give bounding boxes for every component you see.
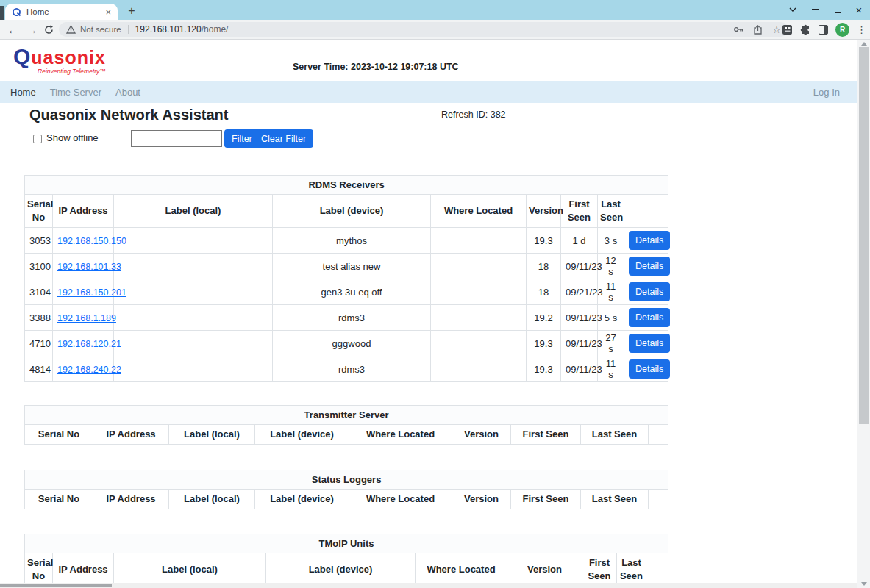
ip-link[interactable]: 192.168.240.22 (57, 365, 121, 375)
browser-toolbar: ← → Not secure 192.168.101.120/home/ ☆ (0, 20, 870, 40)
column-header: Serial No (25, 195, 53, 228)
column-header: Version (452, 425, 511, 445)
cell-serial: 3100 (25, 254, 53, 279)
cell-first-seen: 09/11/23 (561, 331, 598, 356)
cell-label-local (114, 254, 273, 279)
quasonix-logo: Quasonix Reinventing Telemetry™ (13, 46, 106, 75)
clear-filter-button[interactable]: Clear Filter (254, 129, 313, 148)
ip-link[interactable]: 192.168.120.21 (57, 339, 121, 349)
cell-ip: 192.168.101.33 (53, 254, 114, 279)
cell-serial: 4814 (25, 356, 53, 382)
cell-serial: 3388 (25, 305, 53, 331)
ip-link[interactable]: 192.168.150.201 (57, 287, 126, 298)
nav-item-time-server[interactable]: Time Server (50, 87, 101, 98)
window-minimize-button[interactable] (805, 0, 827, 19)
browser-tab-home[interactable]: Home × (5, 4, 118, 20)
column-header: Serial No (25, 553, 53, 584)
nav-item-home[interactable]: Home (10, 87, 36, 98)
vertical-scrollbar-thumb[interactable] (859, 47, 869, 424)
cell-where (431, 254, 527, 279)
browser-titlebar: Home × + × (0, 0, 870, 20)
extensions-puzzle-icon[interactable] (800, 24, 811, 35)
cell-version: 19.3 (527, 331, 561, 356)
not-secure-warning-icon[interactable] (66, 25, 76, 34)
horizontal-scrollbar[interactable] (0, 583, 857, 588)
cell-ip: 192.168.150.150 (53, 228, 114, 254)
cell-version: 18 (527, 254, 561, 279)
column-header (646, 553, 668, 584)
cell-version: 19.3 (527, 228, 561, 254)
column-header: First Seen (511, 490, 581, 509)
address-bar[interactable]: Not secure 192.168.101.120/home/ ☆ (59, 22, 788, 37)
cell-ip: 192.168.1.189 (53, 305, 114, 331)
logo-tagline: Reinventing Telemetry™ (13, 68, 106, 75)
cell-serial: 4710 (25, 331, 53, 356)
details-button[interactable]: Details (629, 308, 670, 327)
column-header: Last Seen (598, 195, 624, 228)
horizontal-scrollbar-thumb[interactable] (0, 584, 112, 587)
forward-icon[interactable]: → (26, 20, 38, 39)
column-header (649, 490, 668, 509)
cell-actions: Details (624, 254, 668, 279)
column-header: Serial No (25, 490, 93, 509)
server-time: Server Time: 2023-10-12 19:07:18 UTC (293, 62, 459, 72)
tab-title: Home (26, 7, 105, 16)
new-tab-button[interactable]: + (124, 4, 139, 18)
cell-version: 18 (527, 279, 561, 305)
details-button[interactable]: Details (629, 359, 670, 379)
scroll-up-arrow-icon[interactable] (861, 42, 867, 46)
login-link[interactable]: Log In (813, 87, 847, 98)
filter-input[interactable] (131, 130, 222, 147)
not-secure-label[interactable]: Not secure (80, 25, 121, 34)
page-title: Quasonix Network Assistant (29, 107, 228, 123)
password-key-icon[interactable] (733, 24, 744, 35)
ip-link[interactable]: 192.168.1.189 (57, 313, 116, 323)
details-button[interactable]: Details (629, 282, 670, 301)
cell-where (431, 356, 527, 382)
column-header (624, 195, 668, 228)
cell-actions: Details (624, 305, 668, 331)
details-button[interactable]: Details (629, 257, 670, 276)
side-panel-icon[interactable] (819, 25, 828, 35)
table-row: 4710 192.168.120.21 gggwood 19.3 09/11/2… (25, 331, 668, 356)
cell-actions: Details (624, 279, 668, 305)
table-row: 3053 192.168.150.150 mythos 19.3 1 d 3 s… (25, 228, 668, 254)
vertical-scrollbar[interactable] (857, 40, 870, 588)
ip-link[interactable]: 192.168.101.33 (57, 262, 121, 272)
column-header: First Seen (511, 425, 581, 445)
tab-search-chevron-icon[interactable] (782, 0, 804, 19)
table-row: 3104 192.168.150.201 gen3 3u eq off 18 0… (25, 279, 668, 305)
url-text[interactable]: 192.168.101.120/home/ (135, 24, 229, 35)
column-header: IP Address (93, 490, 169, 509)
scroll-down-arrow-icon[interactable] (861, 582, 867, 586)
tab-close-icon[interactable]: × (105, 7, 111, 17)
page-content: Quasonix Reinventing Telemetry™ Server T… (0, 40, 857, 583)
column-header: Version (507, 553, 582, 584)
back-icon[interactable]: ← (7, 20, 18, 39)
bookmark-star-icon[interactable]: ☆ (772, 25, 781, 35)
cell-label-local (114, 305, 273, 331)
share-icon[interactable] (753, 25, 763, 35)
show-offline-checkbox[interactable] (33, 135, 42, 143)
ip-link[interactable]: 192.168.150.150 (57, 236, 126, 246)
column-header: Last Seen (581, 425, 649, 445)
window-close-button[interactable]: × (848, 0, 870, 19)
details-button[interactable]: Details (629, 231, 670, 250)
nav-item-about[interactable]: About (115, 87, 140, 98)
reload-icon[interactable] (44, 20, 54, 39)
column-header: Label (device) (255, 425, 349, 445)
column-header: Label (device) (255, 490, 349, 509)
profile-avatar[interactable]: R (835, 23, 849, 37)
browser-window: Home × + × ← → Not secure 192.168.101.12… (0, 0, 870, 588)
table-title-transmitter: Transmitter Server (25, 406, 668, 425)
cell-where (431, 331, 527, 356)
extension-shortcut-icon[interactable] (782, 24, 793, 35)
details-button[interactable]: Details (629, 334, 670, 353)
column-header: Version (527, 195, 561, 228)
table-row: 3388 192.168.1.189 rdms3 19.2 09/11/23 5… (25, 305, 668, 331)
window-maximize-button[interactable] (827, 0, 849, 19)
browser-menu-icon[interactable]: ⋮ (857, 24, 866, 35)
cell-actions: Details (624, 356, 668, 382)
column-header: Last Seen (617, 553, 646, 584)
address-separator (128, 25, 129, 34)
